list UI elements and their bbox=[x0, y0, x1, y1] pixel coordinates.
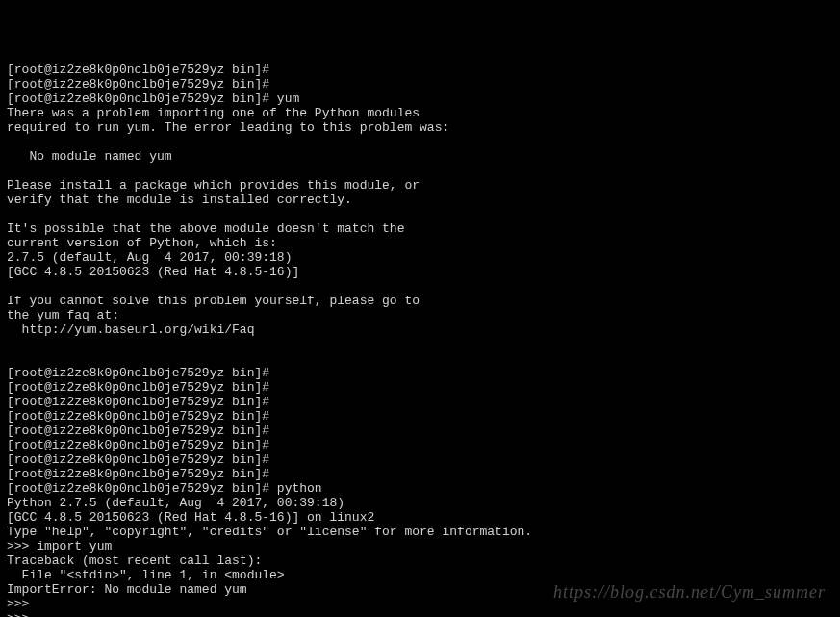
shell-prompt: [root@iz2ze8k0p0nclb0je7529yz bin]# bbox=[7, 438, 269, 452]
shell-prompt: [root@iz2ze8k0p0nclb0je7529yz bin]# bbox=[7, 467, 269, 481]
output-line: [GCC 4.8.5 20150623 (Red Hat 4.8.5-16)] … bbox=[7, 510, 374, 525]
python-prompt: >>> bbox=[7, 597, 29, 611]
output-line: Traceback (most recent call last): bbox=[7, 553, 262, 568]
output-line: Type "help", "copyright", "credits" or "… bbox=[7, 525, 532, 539]
output-line bbox=[7, 164, 14, 178]
output-line: current version of Python, which is: bbox=[7, 236, 277, 250]
output-line: File "<stdin>", line 1, in <module> bbox=[7, 568, 285, 582]
shell-prompt: [root@iz2ze8k0p0nclb0je7529yz bin]# bbox=[7, 424, 269, 438]
output-line: [GCC 4.8.5 20150623 (Red Hat 4.8.5-16)] bbox=[7, 265, 299, 279]
output-line bbox=[7, 135, 14, 149]
output-line: If you cannot solve this problem yoursel… bbox=[7, 294, 420, 308]
python-statement: import yum bbox=[37, 539, 112, 553]
output-line: required to run yum. The error leading t… bbox=[7, 120, 449, 135]
shell-prompt: [root@iz2ze8k0p0nclb0je7529yz bin]# bbox=[7, 91, 269, 106]
python-prompt: >>> bbox=[7, 611, 29, 617]
output-line bbox=[7, 351, 14, 366]
shell-prompt: [root@iz2ze8k0p0nclb0je7529yz bin]# bbox=[7, 63, 269, 77]
output-line: http://yum.baseurl.org/wiki/Faq bbox=[7, 322, 254, 337]
output-line: No module named yum bbox=[7, 149, 172, 164]
shell-prompt: [root@iz2ze8k0p0nclb0je7529yz bin]# bbox=[7, 77, 269, 91]
shell-prompt: [root@iz2ze8k0p0nclb0je7529yz bin]# bbox=[7, 380, 269, 395]
output-line: ImportError: No module named yum bbox=[7, 582, 247, 597]
command-text: yum bbox=[277, 91, 299, 106]
shell-prompt: [root@iz2ze8k0p0nclb0je7529yz bin]# bbox=[7, 481, 269, 496]
output-line: It's possible that the above module does… bbox=[7, 221, 404, 236]
output-line: There was a problem importing one of the… bbox=[7, 106, 420, 120]
output-line bbox=[7, 337, 14, 351]
output-line: the yum faq at: bbox=[7, 308, 119, 322]
output-line: Python 2.7.5 (default, Aug 4 2017, 00:39… bbox=[7, 496, 344, 510]
python-prompt: >>> bbox=[7, 539, 29, 553]
shell-prompt: [root@iz2ze8k0p0nclb0je7529yz bin]# bbox=[7, 395, 269, 409]
output-line bbox=[7, 279, 14, 294]
command-text: python bbox=[277, 481, 322, 496]
shell-prompt: [root@iz2ze8k0p0nclb0je7529yz bin]# bbox=[7, 452, 269, 467]
shell-prompt: [root@iz2ze8k0p0nclb0je7529yz bin]# bbox=[7, 409, 269, 424]
shell-prompt: [root@iz2ze8k0p0nclb0je7529yz bin]# bbox=[7, 366, 269, 380]
terminal-output[interactable]: [root@iz2ze8k0p0nclb0je7529yz bin]# [roo… bbox=[7, 63, 833, 617]
output-line: Please install a package which provides … bbox=[7, 178, 420, 193]
output-line: 2.7.5 (default, Aug 4 2017, 00:39:18) bbox=[7, 250, 292, 265]
output-line: verify that the module is installed corr… bbox=[7, 193, 352, 207]
output-line bbox=[7, 207, 14, 221]
